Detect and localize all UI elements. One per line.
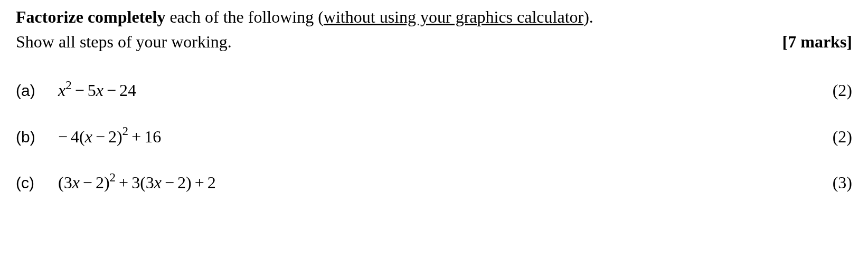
total-marks: [7 marks] bbox=[782, 30, 852, 54]
instruction-line-2: Show all steps of your working. [7 marks… bbox=[16, 30, 852, 54]
expression-c: (3x−2)2+3(3x−2)+2 bbox=[58, 170, 216, 195]
part-label-a: (a) bbox=[16, 80, 58, 102]
instruction-underlined: without using your graphics calculator bbox=[324, 7, 583, 26]
expression-b: −4(x−2)2+16 bbox=[58, 123, 161, 148]
instruction-end: ). bbox=[583, 7, 593, 26]
problem-c: (c) (3x−2)2+3(3x−2)+2 (3) bbox=[16, 170, 852, 195]
instruction-middle: each of the following ( bbox=[165, 7, 323, 26]
part-label-b: (b) bbox=[16, 126, 58, 148]
problem-b: (b) −4(x−2)2+16 (2) bbox=[16, 123, 852, 148]
problem-a-left: (a) x2−5x−24 bbox=[16, 78, 136, 102]
marks-c: (3) bbox=[833, 171, 852, 195]
expression-a: x2−5x−24 bbox=[58, 78, 136, 102]
problem-c-left: (c) (3x−2)2+3(3x−2)+2 bbox=[16, 170, 216, 195]
instruction-line-1: Factorize completely each of the followi… bbox=[16, 5, 852, 29]
problem-a: (a) x2−5x−24 (2) bbox=[16, 78, 852, 102]
part-label-c: (c) bbox=[16, 172, 58, 194]
instruction-working: Show all steps of your working. bbox=[16, 30, 232, 54]
instruction-block: Factorize completely each of the followi… bbox=[16, 5, 852, 54]
marks-a: (2) bbox=[833, 79, 852, 102]
problem-b-left: (b) −4(x−2)2+16 bbox=[16, 123, 161, 148]
instruction-lead: Factorize completely bbox=[16, 7, 165, 26]
marks-b: (2) bbox=[833, 125, 852, 149]
